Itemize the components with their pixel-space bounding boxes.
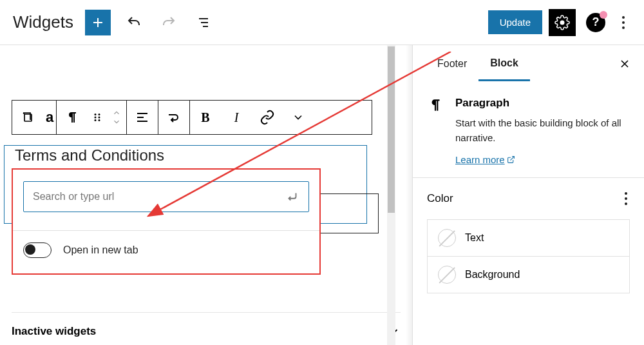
more-formatting-button[interactable] — [283, 101, 314, 134]
undo-icon — [126, 15, 142, 30]
dots-icon — [625, 192, 627, 195]
settings-sidebar: Footer Block Paragraph Start with the ba… — [412, 45, 644, 345]
block-type-icon — [20, 110, 35, 125]
color-panel: Color Text Background — [413, 178, 644, 305]
drag-handle-button[interactable] — [88, 101, 107, 134]
align-left-icon — [135, 110, 150, 125]
svg-point-4 — [99, 117, 100, 119]
learn-more-label: Learn more — [455, 154, 505, 165]
enter-icon — [285, 190, 299, 204]
page-title: Widgets — [13, 12, 73, 32]
help-button[interactable]: ? — [582, 9, 609, 36]
divider — [13, 230, 319, 231]
dots-icon — [622, 16, 625, 19]
paragraph-type-button[interactable] — [57, 101, 88, 134]
color-item-label: Text — [465, 232, 484, 244]
color-items-list: Text Background — [427, 219, 630, 293]
tab-block[interactable]: Block — [478, 47, 530, 81]
svg-point-5 — [95, 119, 97, 121]
color-item-background[interactable]: Background — [428, 257, 629, 293]
bold-button[interactable]: B — [190, 101, 221, 134]
svg-point-6 — [99, 119, 100, 121]
color-panel-options-button[interactable] — [622, 190, 630, 208]
plus-icon — [90, 15, 106, 30]
paragraph-icon — [427, 97, 444, 113]
svg-point-2 — [99, 113, 100, 115]
list-view-button[interactable] — [192, 11, 215, 34]
link-icon — [260, 110, 275, 125]
no-color-swatch-icon — [438, 229, 456, 247]
svg-point-3 — [95, 117, 97, 119]
no-color-swatch-icon — [438, 266, 456, 284]
tab-footer[interactable]: Footer — [426, 48, 478, 80]
toolbar-right: Update ? — [488, 9, 631, 36]
close-icon — [618, 57, 631, 70]
top-toolbar: Widgets Update ? — [0, 0, 644, 45]
undo-button[interactable] — [122, 11, 146, 34]
gear-icon — [554, 15, 570, 30]
color-item-label: Background — [465, 269, 520, 281]
transform-icon — [166, 110, 182, 125]
main-container: a — [0, 45, 644, 345]
link-button[interactable] — [252, 101, 283, 134]
align-button[interactable] — [127, 101, 158, 134]
chevron-down-icon — [112, 117, 121, 126]
move-button[interactable] — [107, 101, 126, 134]
paragraph-icon — [64, 110, 80, 125]
settings-button[interactable] — [549, 9, 576, 36]
chevron-up-icon — [112, 108, 121, 117]
block-card-name: Paragraph — [455, 97, 630, 110]
block-card-description: Start with the basic building block of a… — [455, 116, 630, 145]
sidebar-tabs: Footer Block — [413, 45, 644, 83]
drag-icon — [91, 112, 103, 123]
open-new-tab-label: Open in new tab — [63, 244, 138, 256]
color-panel-title: Color — [427, 192, 453, 205]
block-inspector-card: Paragraph Start with the basic building … — [413, 83, 644, 178]
editor-scrollbar-thumb[interactable] — [388, 46, 395, 213]
list-view-icon — [196, 15, 211, 30]
chevron-down-icon — [292, 111, 305, 124]
submit-link-button[interactable] — [285, 190, 299, 204]
color-item-text[interactable]: Text — [428, 220, 629, 257]
inactive-widgets-label: Inactive widgets — [12, 325, 96, 338]
color-panel-header: Color — [427, 190, 630, 208]
notification-dot-icon — [600, 11, 607, 19]
link-popover: Open in new tab — [12, 168, 321, 275]
inactive-widgets-panel[interactable]: Inactive widgets — [12, 312, 401, 339]
close-sidebar-button[interactable] — [618, 57, 631, 70]
redo-icon — [161, 15, 176, 30]
block-toolbar: a — [12, 100, 372, 135]
open-new-tab-toggle-row: Open in new tab — [23, 242, 309, 258]
svg-point-1 — [95, 113, 97, 115]
external-link-icon — [507, 155, 515, 164]
toggle-knob-icon — [25, 244, 35, 255]
learn-more-link[interactable]: Learn more — [455, 154, 515, 165]
transform-button[interactable] — [158, 101, 189, 134]
url-input-wrapper — [23, 181, 309, 212]
partial-icon-button[interactable]: a — [43, 101, 56, 134]
add-block-button[interactable] — [85, 10, 111, 35]
update-button[interactable]: Update — [488, 10, 542, 34]
toolbar-left: Widgets — [13, 10, 215, 35]
more-options-button[interactable] — [616, 10, 631, 35]
open-new-tab-toggle[interactable] — [23, 242, 52, 258]
block-type-button[interactable] — [12, 101, 43, 134]
url-input[interactable] — [33, 191, 285, 202]
block-card-icon — [427, 97, 444, 166]
block-card-text: Paragraph Start with the basic building … — [455, 97, 630, 166]
redo-button[interactable] — [157, 11, 180, 34]
italic-button[interactable]: I — [221, 101, 252, 134]
editor-canvas: a — [0, 45, 412, 345]
